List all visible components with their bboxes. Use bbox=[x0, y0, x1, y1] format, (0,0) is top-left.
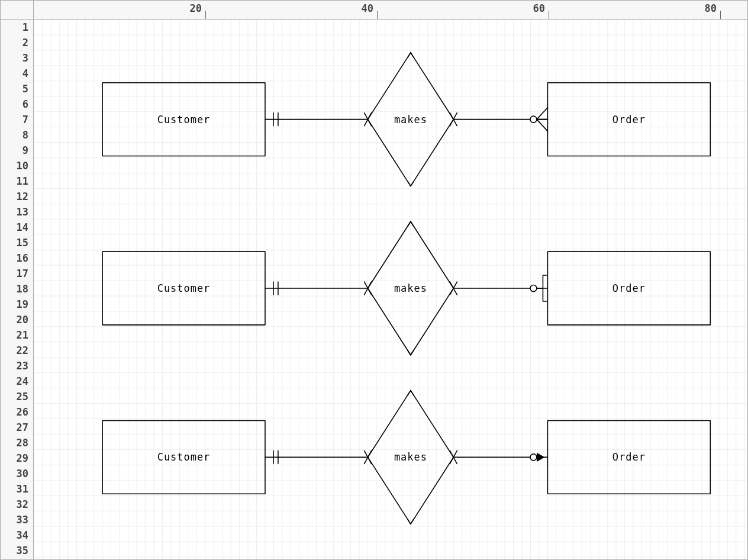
row-label: 19 bbox=[17, 297, 28, 312]
col-tick bbox=[720, 11, 721, 19]
row-label: 32 bbox=[17, 497, 28, 512]
row-label: 6 bbox=[22, 96, 28, 112]
row-label: 27 bbox=[17, 420, 28, 435]
cardinality-zero-circle-icon bbox=[530, 454, 537, 461]
diagram-canvas[interactable]: CustomerOrdermakesCustomerOrdermakesCust… bbox=[34, 20, 747, 559]
row-label: 15 bbox=[17, 235, 28, 250]
entity-label-customer: Customer bbox=[157, 451, 211, 463]
col-tick-label: 60 bbox=[533, 2, 549, 14]
entity-label-customer: Customer bbox=[157, 114, 211, 125]
ruler-corner bbox=[1, 1, 34, 20]
row-label: 26 bbox=[17, 404, 28, 420]
row-label: 7 bbox=[22, 112, 28, 127]
col-tick bbox=[549, 11, 549, 19]
row-label: 12 bbox=[17, 189, 28, 204]
row-label: 14 bbox=[17, 220, 28, 235]
relationship-label: makes bbox=[394, 114, 427, 125]
crowsfoot-icon bbox=[537, 120, 547, 131]
entity-label-order: Order bbox=[612, 114, 646, 125]
row-label: 33 bbox=[17, 512, 28, 527]
entity-label-customer: Customer bbox=[157, 282, 211, 294]
row-label: 34 bbox=[17, 527, 28, 543]
row-ruler: 1234567891011121314151617181920212223242… bbox=[1, 20, 34, 559]
row-label: 18 bbox=[17, 281, 28, 297]
cardinality-arrow-icon bbox=[537, 453, 544, 461]
col-tick-label: 80 bbox=[705, 2, 720, 14]
crowsfoot-icon bbox=[537, 108, 547, 120]
row-label: 16 bbox=[17, 250, 28, 266]
entity-label-order: Order bbox=[612, 451, 646, 463]
row-label: 21 bbox=[17, 327, 28, 343]
row-label: 5 bbox=[22, 81, 28, 96]
row-label: 24 bbox=[17, 374, 28, 389]
cardinality-zero-circle-icon bbox=[530, 116, 537, 123]
row-label: 35 bbox=[17, 543, 28, 558]
row-label: 29 bbox=[17, 450, 28, 466]
col-tick-label: 40 bbox=[362, 2, 377, 14]
row-label: 10 bbox=[17, 158, 28, 173]
cardinality-zero-circle-icon bbox=[530, 285, 537, 292]
row-label: 1 bbox=[22, 20, 28, 35]
entity-label-order: Order bbox=[612, 282, 646, 294]
col-tick-label: 20 bbox=[190, 2, 205, 14]
relationship-label: makes bbox=[394, 451, 427, 463]
row-label: 4 bbox=[22, 66, 28, 81]
column-ruler: 20406080 bbox=[34, 1, 747, 20]
relationship-label: makes bbox=[394, 282, 427, 294]
row-label: 9 bbox=[22, 143, 28, 158]
row-label: 25 bbox=[17, 389, 28, 404]
row-label: 20 bbox=[17, 312, 28, 327]
row-label: 13 bbox=[17, 204, 28, 220]
row-label: 11 bbox=[17, 173, 28, 189]
row-label: 17 bbox=[17, 266, 28, 281]
row-label: 30 bbox=[17, 466, 28, 481]
editor-frame: 20406080 1234567891011121314151617181920… bbox=[0, 0, 748, 560]
row-label: 2 bbox=[22, 35, 28, 50]
col-tick bbox=[377, 11, 378, 19]
row-label: 8 bbox=[22, 127, 28, 143]
row-label: 3 bbox=[22, 50, 28, 66]
row-label: 23 bbox=[17, 358, 28, 374]
row-label: 22 bbox=[17, 343, 28, 358]
col-tick bbox=[205, 11, 206, 19]
row-label: 28 bbox=[17, 435, 28, 450]
row-label: 31 bbox=[17, 481, 28, 497]
